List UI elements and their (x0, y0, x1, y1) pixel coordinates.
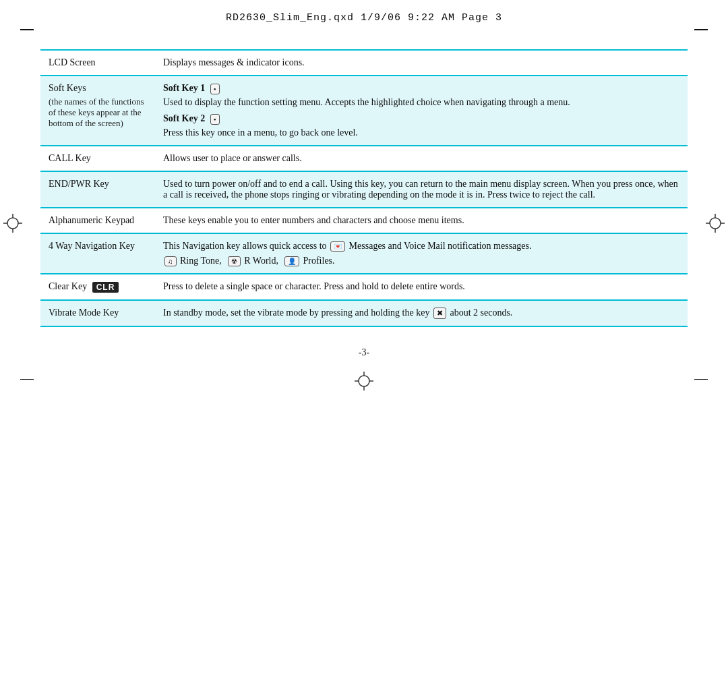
soft-key-2-label: Soft Key 2 (163, 113, 205, 123)
header-text: RD2630_Slim_Eng.qxd 1/9/06 9:22 AM Page … (226, 12, 502, 24)
row-label: Clear Key (49, 281, 87, 291)
margin-mark-bottom-left (20, 379, 34, 380)
label-cell: END/PWR Key (40, 171, 155, 208)
table-row: 4 Way Navigation Key This Navigation key… (40, 233, 688, 274)
label-cell: Alphanumeric Keypad (40, 208, 155, 233)
table-row: CALL Key Allows user to place or answer … (40, 146, 688, 171)
desc-cell: This Navigation key allows quick access … (155, 233, 688, 274)
row-description-2: about 2 seconds. (450, 308, 512, 318)
vibrate-icon: ✖​ (433, 308, 446, 319)
row-description: Allows user to place or answer calls. (163, 153, 302, 163)
page-header: RD2630_Slim_Eng.qxd 1/9/06 9:22 AM Page … (0, 0, 728, 29)
page-margins: LCD Screen Displays messages & indicator… (40, 29, 688, 420)
soft-key-2-icon: • (210, 114, 220, 125)
row-label: END/PWR Key (49, 179, 109, 189)
label-cell: CALL Key (40, 146, 155, 171)
row-label: LCD Screen (49, 57, 96, 67)
side-crosshair-left (3, 214, 22, 235)
row-label: Vibrate Mode Key (49, 308, 119, 318)
desc-cell: Press to delete a single space or charac… (155, 274, 688, 300)
table-row: Clear Key CLR Press to delete a single s… (40, 274, 688, 300)
row-description: In standby mode, set the vibrate mode by… (163, 308, 432, 318)
side-crosshair-right (706, 214, 725, 235)
desc-cell: Used to turn power on/off and to end a c… (155, 171, 688, 208)
row-label: Alphanumeric Keypad (49, 215, 134, 225)
label-cell: Vibrate Mode Key (40, 300, 155, 326)
margin-mark-bottom-right (694, 379, 708, 380)
row-label: CALL Key (49, 153, 91, 163)
desc-cell: Allows user to place or answer calls. (155, 146, 688, 171)
soft-key-2-desc: Press this key once in a menu, to go bac… (163, 127, 679, 138)
main-table: LCD Screen Displays messages & indicator… (40, 49, 688, 327)
ringtone-icon: ♫ (164, 256, 177, 266)
label-cell: Clear Key CLR (40, 274, 155, 300)
bottom-crosshair (40, 372, 688, 393)
soft-key-1-line: Soft Key 1 • (163, 83, 679, 94)
soft-key-2-line: Soft Key 2 • (163, 113, 679, 125)
desc-cell: In standby mode, set the vibrate mode by… (155, 300, 688, 326)
svg-point-5 (710, 218, 721, 229)
rworld-icon: ☢ (228, 256, 241, 266)
svg-point-0 (7, 218, 18, 229)
svg-point-10 (359, 376, 369, 386)
table-row: Vibrate Mode Key In standby mode, set th… (40, 300, 688, 326)
desc-cell: These keys enable you to enter numbers a… (155, 208, 688, 233)
row-description: Used to turn power on/off and to end a c… (163, 179, 678, 200)
table-row: Soft Keys (the names of the functions of… (40, 76, 688, 146)
label-cell: Soft Keys (the names of the functions of… (40, 76, 155, 146)
row-description: Displays messages & indicator icons. (163, 57, 305, 67)
table-row: LCD Screen Displays messages & indicator… (40, 50, 688, 76)
row-description: Press to delete a single space or charac… (163, 281, 465, 291)
margin-mark-top-right (694, 29, 708, 30)
nav-key-line1: This Navigation key allows quick access … (163, 241, 679, 252)
row-label: 4 Way Navigation Key (49, 241, 135, 251)
profiles-icon: 👤 (284, 256, 299, 266)
row-sublabel: (the names of the functions of these key… (49, 96, 147, 129)
soft-key-1-desc: Used to display the function setting men… (163, 97, 679, 108)
row-description: These keys enable you to enter numbers a… (163, 215, 464, 225)
row-label: Soft Keys (49, 83, 86, 93)
soft-key-1-label: Soft Key 1 (163, 83, 205, 93)
table-row: Alphanumeric Keypad These keys enable yo… (40, 208, 688, 233)
page-number: -3- (40, 347, 688, 358)
clr-badge: CLR (92, 282, 119, 293)
nav-key-line2: ♫ Ring Tone, ☢ R World, 👤 Profiles. (163, 256, 679, 266)
soft-key-1-icon: • (210, 84, 220, 94)
table-row: END/PWR Key Used to turn power on/off an… (40, 171, 688, 208)
margin-mark-top-left (20, 29, 34, 30)
messages-icon: 💌 (330, 241, 345, 252)
label-cell: 4 Way Navigation Key (40, 233, 155, 274)
desc-cell: Displays messages & indicator icons. (155, 50, 688, 76)
label-cell: LCD Screen (40, 50, 155, 76)
desc-cell: Soft Key 1 • Used to display the functio… (155, 76, 688, 146)
